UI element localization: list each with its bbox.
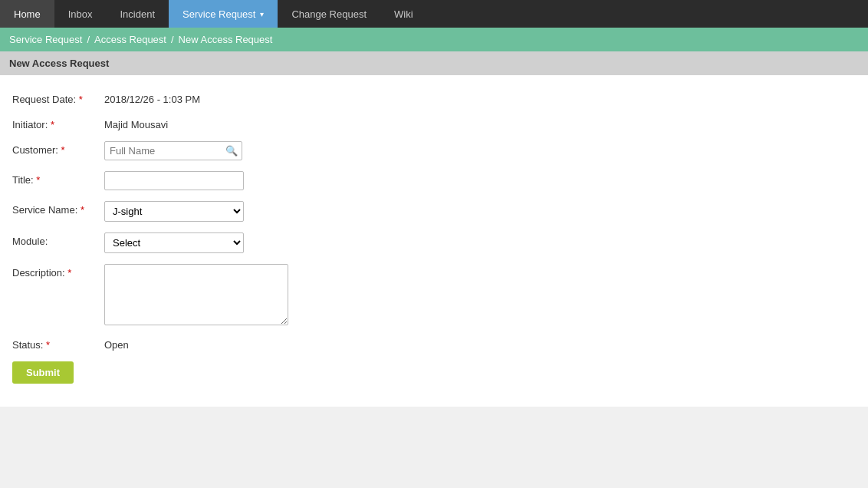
- initiator-row: Initiator: * Majid Mousavi: [12, 116, 856, 130]
- required-marker-3: *: [61, 144, 65, 156]
- customer-input[interactable]: [104, 141, 242, 160]
- status-label: Status: *: [12, 336, 104, 351]
- request-date-row: Request Date: * 2018/12/26 - 1:03 PM: [12, 91, 856, 105]
- search-icon[interactable]: 🔍: [225, 145, 238, 157]
- nav-service-request-label: Service Request: [182, 8, 255, 20]
- submit-row: Submit: [12, 361, 856, 384]
- module-label: Module:: [12, 232, 104, 247]
- service-name-select[interactable]: J-sight Option2 Option3: [104, 201, 244, 222]
- breadcrumb-sep-2: /: [171, 34, 174, 45]
- nav-wiki[interactable]: Wiki: [380, 0, 427, 28]
- service-name-row: Service Name: * J-sight Option2 Option3: [12, 201, 856, 222]
- module-select[interactable]: Select Module1 Module2: [104, 232, 244, 253]
- breadcrumb-sep-1: /: [87, 34, 90, 45]
- dropdown-arrow-icon: ▾: [260, 10, 264, 18]
- breadcrumb-current: New Access Request: [179, 34, 273, 45]
- nav-bar: Home Inbox Incident Service Request ▾ Ch…: [0, 0, 868, 28]
- request-date-label: Request Date: *: [12, 91, 104, 105]
- nav-inbox[interactable]: Inbox: [54, 0, 107, 28]
- customer-label: Customer: *: [12, 141, 104, 156]
- initiator-value: Majid Mousavi: [104, 116, 168, 130]
- title-label: Title: *: [12, 171, 104, 186]
- description-textarea[interactable]: [104, 264, 288, 325]
- submit-button[interactable]: Submit: [12, 361, 74, 384]
- title-row: Title: *: [12, 171, 856, 190]
- required-marker-2: *: [51, 119, 54, 130]
- breadcrumb: Service Request / Access Request / New A…: [0, 28, 868, 51]
- service-name-label: Service Name: *: [12, 201, 104, 216]
- required-marker: *: [79, 94, 83, 105]
- form-container: Request Date: * 2018/12/26 - 1:03 PM Ini…: [0, 75, 868, 407]
- description-label: Description: *: [12, 264, 104, 279]
- initiator-label: Initiator: *: [12, 116, 104, 130]
- description-row: Description: *: [12, 264, 856, 325]
- required-marker-7: *: [46, 339, 50, 351]
- breadcrumb-service-request[interactable]: Service Request: [9, 34, 82, 45]
- required-marker-4: *: [36, 174, 40, 186]
- nav-home[interactable]: Home: [0, 0, 54, 28]
- breadcrumb-access-request[interactable]: Access Request: [94, 34, 166, 45]
- page-title: New Access Request: [0, 51, 868, 75]
- customer-input-wrap: 🔍: [104, 141, 242, 160]
- title-input[interactable]: [104, 171, 244, 190]
- status-value: Open: [104, 336, 129, 351]
- module-row: Module: Select Module1 Module2: [12, 232, 856, 253]
- customer-row: Customer: * 🔍: [12, 141, 856, 160]
- status-row: Status: * Open: [12, 336, 856, 351]
- nav-incident[interactable]: Incident: [107, 0, 169, 28]
- required-marker-5: *: [81, 204, 84, 216]
- nav-service-request[interactable]: Service Request ▾: [169, 0, 278, 28]
- required-marker-6: *: [67, 267, 71, 279]
- nav-change-request[interactable]: Change Request: [278, 0, 380, 28]
- request-date-value: 2018/12/26 - 1:03 PM: [104, 91, 200, 105]
